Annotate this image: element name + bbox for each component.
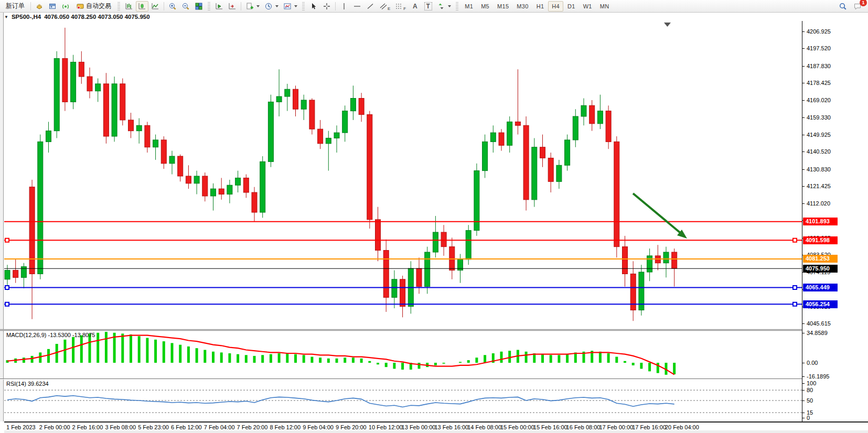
zoom-in-icon: [168, 2, 177, 10]
price-tick-label: 4045.615: [802, 320, 831, 327]
time-axis-label: 1 Feb 2023: [6, 424, 36, 430]
arrows-tool-button[interactable]: [435, 1, 453, 12]
candle: [416, 257, 422, 294]
tf-button-w1[interactable]: W1: [580, 1, 596, 12]
line-handle[interactable]: [793, 302, 797, 306]
candle: [136, 118, 142, 143]
text-label-icon: T: [424, 2, 432, 10]
auto-trading-button[interactable]: 自动交易: [72, 1, 115, 12]
candle: [581, 99, 586, 126]
text-label-tool-button[interactable]: T: [422, 1, 434, 12]
price-tick-label: 4187.830: [802, 62, 831, 70]
tf-button-m1[interactable]: M1: [461, 1, 477, 12]
price-tick-label: 4159.330: [802, 114, 831, 121]
crosshair-icon: [323, 2, 331, 10]
time-axis-label: 7 Feb 04:00: [204, 424, 235, 430]
add-indicator-icon: [245, 2, 254, 10]
market-watch-button[interactable]: [33, 1, 46, 12]
tf-button-h4[interactable]: H4: [548, 1, 563, 12]
candle: [318, 120, 323, 149]
candle: [507, 116, 512, 153]
equidistant-channel-button[interactable]: E: [377, 1, 392, 12]
candle: [145, 122, 150, 153]
fibonacci-button[interactable]: F: [393, 1, 408, 12]
candle: [392, 270, 397, 309]
zoom-out-button[interactable]: [179, 1, 192, 12]
collapse-icon[interactable]: ▼: [4, 15, 8, 19]
trend-arrow-annotation[interactable]: [633, 193, 680, 233]
candle: [112, 77, 117, 142]
crosshair-button[interactable]: [320, 1, 333, 12]
time-axis-label: 13 Feb 16:00: [434, 424, 468, 430]
data-window-button[interactable]: [46, 1, 59, 12]
line-chart-icon: [151, 2, 159, 10]
line-chart-button[interactable]: [149, 1, 162, 12]
window-left-frame: [0, 13, 4, 421]
line-handle[interactable]: [5, 302, 9, 306]
price-tick-label: 4206.925: [802, 28, 831, 35]
candle: [350, 85, 356, 120]
equidistant-channel-icon: [379, 2, 388, 10]
bar-chart-icon: [125, 2, 133, 10]
time-axis-label: 8 Feb 12:00: [270, 424, 301, 430]
candle: [400, 276, 405, 317]
text-tool-button[interactable]: A: [409, 1, 421, 12]
line-handle[interactable]: [793, 286, 797, 289]
candlestick-chart[interactable]: [4, 21, 802, 329]
signals-button[interactable]: [59, 1, 72, 12]
chart-shift-button[interactable]: [226, 1, 239, 12]
zoom-in-button[interactable]: [166, 1, 179, 12]
price-level-badge: 4075.950: [803, 265, 838, 273]
line-handle[interactable]: [5, 286, 9, 289]
time-axis-label: 10 Feb 12:00: [369, 424, 403, 430]
toolbar-gripper: [302, 2, 305, 10]
rsi-axis-label: 100: [802, 380, 816, 387]
rsi-chart[interactable]: [4, 380, 802, 421]
search-button[interactable]: [837, 1, 849, 12]
time-axis-label: 5 Feb 23:00: [138, 424, 169, 430]
price-tick-label: 4121.425: [802, 182, 831, 190]
chart-shift-marker[interactable]: [664, 23, 671, 27]
candle: [647, 248, 652, 281]
candle: [556, 160, 562, 189]
time-axis-label: 17 Feb 00:00: [599, 424, 633, 430]
time-axis-label: 14 Feb 08:00: [467, 424, 501, 430]
candle: [474, 164, 479, 236]
line-handle[interactable]: [5, 239, 9, 242]
tf-button-mn[interactable]: MN: [596, 1, 613, 12]
toolbar-separator: [241, 2, 241, 10]
periods-button[interactable]: [262, 1, 281, 12]
tf-button-d1[interactable]: D1: [564, 1, 579, 12]
auto-scroll-button[interactable]: [213, 1, 226, 12]
macd-chart[interactable]: [4, 331, 802, 378]
tf-button-h1[interactable]: H1: [533, 1, 548, 12]
macd-pane[interactable]: MACD(12,26,9) -13.5300 -13.8075: [4, 331, 802, 378]
cursor-button[interactable]: [307, 1, 320, 12]
candle: [301, 95, 306, 120]
candle: [87, 68, 92, 99]
price-level-badge: 4091.598: [803, 236, 838, 244]
horizontal-line-button[interactable]: [351, 1, 363, 12]
indicators-button[interactable]: [243, 1, 262, 12]
tile-windows-button[interactable]: [192, 1, 205, 12]
candle: [169, 151, 175, 175]
main-chart-pane[interactable]: [4, 21, 802, 329]
tf-button-m30[interactable]: M30: [513, 1, 532, 12]
candle: [623, 236, 628, 287]
new-order-button[interactable]: 新订单: [2, 1, 28, 12]
rsi-pane[interactable]: RSI(14) 39.6234: [4, 380, 802, 421]
toolbar-separator: [30, 2, 31, 10]
macd-axis-label: 0.00: [802, 359, 818, 366]
metatrader-window: 新订单 自动交易: [0, 0, 868, 433]
bar-chart-button[interactable]: [123, 1, 135, 12]
tf-button-m5[interactable]: M5: [477, 1, 493, 12]
templates-button[interactable]: [281, 1, 299, 12]
candle: [293, 85, 298, 116]
trendline-button[interactable]: [364, 1, 377, 12]
toolbar-separator: [164, 2, 164, 10]
vertical-line-button[interactable]: [338, 1, 350, 12]
tf-button-m15[interactable]: M15: [494, 1, 512, 12]
candlestick-chart-button[interactable]: [136, 1, 148, 12]
line-handle[interactable]: [793, 239, 797, 242]
candle: [573, 109, 578, 147]
